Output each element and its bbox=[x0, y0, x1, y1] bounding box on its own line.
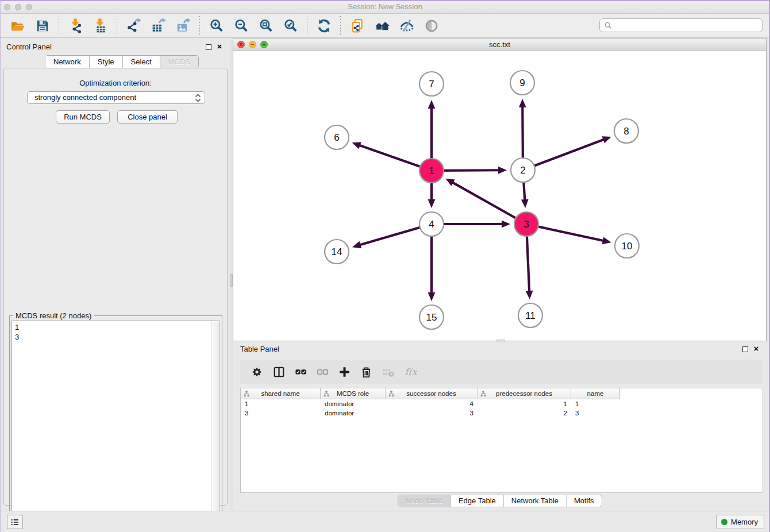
deselect-all-button[interactable] bbox=[315, 365, 329, 379]
graph-node-label: 9 bbox=[519, 78, 525, 88]
import-network-button[interactable] bbox=[68, 18, 83, 33]
graph-edge-2-8[interactable] bbox=[523, 139, 605, 170]
toolbar-separator bbox=[307, 16, 307, 36]
add-button[interactable] bbox=[337, 365, 351, 379]
column-header-name[interactable]: name bbox=[571, 388, 620, 399]
export-network-button[interactable] bbox=[126, 18, 141, 33]
home-layout-button[interactable] bbox=[374, 18, 390, 33]
graph-node-label: 14 bbox=[332, 246, 342, 257]
node-table: shared nameMCDS rolesuccessor nodesprede… bbox=[240, 388, 763, 493]
table-cell[interactable]: 3 bbox=[241, 408, 321, 418]
table-cell[interactable]: 1 bbox=[571, 399, 620, 408]
graph-node-label: 8 bbox=[623, 126, 629, 137]
zoom-selected-button[interactable] bbox=[283, 18, 298, 33]
table-cell[interactable]: 1 bbox=[241, 399, 321, 408]
close-panel-button[interactable]: Close panel bbox=[117, 110, 178, 124]
refresh-network-button[interactable] bbox=[316, 18, 332, 33]
tab-select[interactable]: Select bbox=[123, 56, 160, 68]
run-mcds-button[interactable]: Run MCDS bbox=[56, 110, 110, 124]
table-row[interactable]: 1dominator411 bbox=[241, 399, 763, 408]
network-graph[interactable]: 1234678910111415 bbox=[233, 51, 766, 341]
search-icon bbox=[604, 21, 613, 30]
zoom-out-icon bbox=[234, 18, 249, 33]
columns-button[interactable] bbox=[272, 365, 286, 379]
gear-button[interactable] bbox=[250, 365, 264, 379]
table-cell[interactable]: 3 bbox=[571, 408, 620, 418]
graph-edge-arrowhead bbox=[602, 136, 611, 143]
mcds-panel: Optimization criterion: strongly connect… bbox=[3, 68, 228, 506]
inspect-button[interactable] bbox=[424, 18, 439, 33]
column-header-predecessor-nodes[interactable]: predecessor nodes bbox=[478, 388, 571, 399]
network-canvas[interactable]: 1234678910111415 bbox=[233, 51, 766, 341]
select-all-icon bbox=[294, 365, 307, 379]
window-frame-top bbox=[0, 0, 770, 1]
table-close-icon[interactable]: × bbox=[752, 344, 760, 354]
result-scrollbar[interactable] bbox=[211, 322, 219, 526]
column-label: shared name bbox=[261, 390, 299, 397]
tab-style[interactable]: Style bbox=[90, 56, 123, 68]
table-cell[interactable]: 2 bbox=[478, 408, 571, 418]
control-panel: Control Panel × NetworkStyleSelectMCDS O… bbox=[1, 38, 230, 510]
table-row[interactable]: 3dominator323 bbox=[241, 408, 763, 418]
column-label: successor nodes bbox=[406, 390, 456, 397]
graph-edge-arrowhead bbox=[428, 292, 436, 301]
function-icon: f(x) bbox=[403, 365, 417, 379]
graph-edge-arrowhead bbox=[502, 221, 510, 228]
table-cell[interactable]: dominator bbox=[321, 408, 386, 418]
tab-mcds[interactable]: MCDS bbox=[160, 56, 198, 68]
column-header-MCDS-role[interactable]: MCDS role bbox=[321, 388, 386, 399]
search-input[interactable] bbox=[615, 20, 760, 31]
tab-network-table[interactable]: Network Table bbox=[504, 495, 567, 507]
import-network-icon bbox=[68, 18, 83, 33]
home-layout-icon bbox=[375, 18, 390, 33]
table-cell[interactable]: dominator bbox=[321, 399, 386, 408]
tab-edge-table[interactable]: Edge Table bbox=[451, 495, 504, 507]
task-history-button[interactable] bbox=[7, 515, 23, 529]
add-icon bbox=[338, 365, 351, 379]
float-panel-icon[interactable] bbox=[206, 44, 211, 50]
search-box[interactable] bbox=[599, 18, 763, 32]
mcds-result-area[interactable]: 13 bbox=[11, 321, 220, 527]
graph-edge-arrowhead bbox=[602, 237, 611, 245]
memory-button[interactable]: Memory bbox=[716, 515, 764, 529]
graph-node-label: 6 bbox=[334, 132, 339, 143]
zoom-in-button[interactable] bbox=[209, 18, 224, 33]
network-view-titlebar[interactable]: × − + scc.txt bbox=[233, 38, 766, 51]
table-cell[interactable]: 1 bbox=[478, 399, 571, 408]
tab-network[interactable]: Network bbox=[45, 56, 90, 68]
optimization-label: Optimization criterion: bbox=[4, 79, 227, 87]
export-table-button[interactable] bbox=[151, 18, 166, 33]
hide-vizmapper-button[interactable] bbox=[399, 18, 414, 33]
toolbar-separator bbox=[340, 16, 341, 36]
zoom-out-button[interactable] bbox=[233, 18, 249, 33]
delete-table-icon bbox=[382, 365, 395, 379]
graph-edge-3-1[interactable] bbox=[452, 182, 526, 224]
column-label: predecessor nodes bbox=[496, 390, 552, 397]
column-header-shared-name[interactable]: shared name bbox=[241, 388, 321, 399]
graph-edge-arrowhead bbox=[521, 199, 529, 208]
optimization-dropdown[interactable]: strongly connected component bbox=[27, 91, 205, 104]
trash-button[interactable] bbox=[359, 365, 373, 379]
graph-node-label: 15 bbox=[426, 312, 437, 323]
table-cell[interactable]: 3 bbox=[386, 408, 478, 418]
import-table-button[interactable] bbox=[93, 18, 108, 33]
column-header-successor-nodes[interactable]: successor nodes bbox=[386, 388, 478, 399]
export-image-button[interactable] bbox=[175, 18, 191, 33]
close-panel-icon[interactable]: × bbox=[215, 41, 224, 52]
graph-node-label: 3 bbox=[523, 219, 529, 230]
zoom-fit-button[interactable] bbox=[258, 18, 274, 33]
tab-motifs[interactable]: Motifs bbox=[567, 495, 602, 507]
clone-network-button[interactable] bbox=[349, 18, 365, 33]
tab-node-table[interactable]: Node Table bbox=[398, 495, 451, 507]
table-cell[interactable]: 4 bbox=[386, 399, 478, 408]
open-file-button[interactable] bbox=[10, 18, 25, 33]
export-image-icon bbox=[176, 18, 191, 33]
save-session-button[interactable] bbox=[34, 18, 50, 33]
table-panel: Table Panel × f(x) shared nameMCDS roles… bbox=[233, 342, 767, 510]
toolbar-separator bbox=[199, 16, 200, 36]
select-all-button[interactable] bbox=[294, 365, 307, 379]
graph-edge-arrowhead bbox=[352, 241, 361, 248]
clone-network-icon bbox=[350, 18, 365, 33]
table-float-icon[interactable] bbox=[742, 346, 748, 352]
table-panel-title: Table Panel bbox=[240, 345, 279, 353]
